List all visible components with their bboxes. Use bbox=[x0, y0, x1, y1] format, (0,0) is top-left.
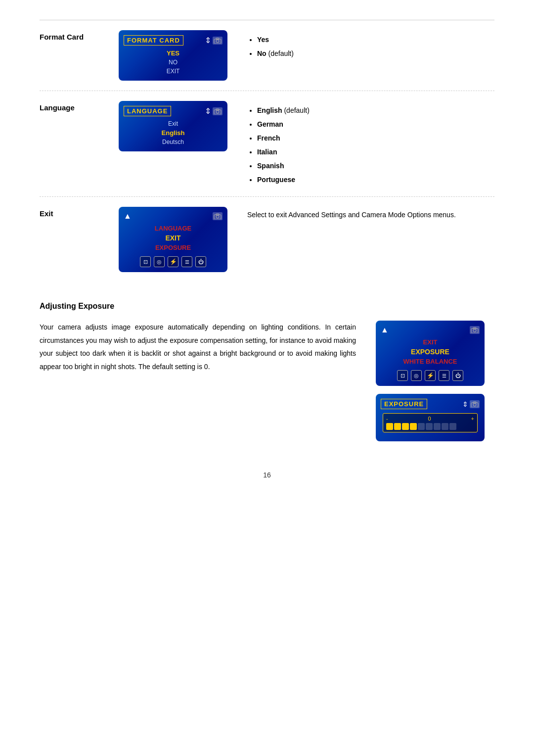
exp-cam-icon bbox=[470, 326, 480, 334]
exp-wb-item: WHITE BALANCE bbox=[381, 357, 480, 366]
lang-option-english: English (default) bbox=[257, 103, 494, 117]
exposure-menu-header-row: ▲ bbox=[381, 326, 480, 334]
exp-menu-arrow-icon: ▲ bbox=[381, 326, 389, 334]
icon-menu: ☰ bbox=[181, 256, 192, 267]
format-card-menu-header: FORMAT CARD bbox=[124, 35, 183, 46]
exit-arrow-icon: ▲ bbox=[124, 212, 132, 221]
exp-seg-3 bbox=[402, 423, 409, 430]
exp-seg-2 bbox=[394, 423, 401, 430]
exit-text: Exit bbox=[40, 209, 53, 218]
page-number: 16 bbox=[40, 471, 494, 479]
exp-seg-5 bbox=[418, 423, 425, 430]
lang-option-french: French bbox=[257, 131, 494, 145]
lang-spanish-label: Spanish bbox=[257, 162, 284, 170]
language-header-row: LANGUAGE ⇕ bbox=[124, 106, 222, 116]
exit-screen: ▲ LANGUAGE EXIT EXPOSURE ⊡ ◎ ⚡ ☰ ⏻ bbox=[119, 207, 227, 272]
exp-icon-flash: ⚡ bbox=[425, 370, 436, 381]
lang-french-label: French bbox=[257, 134, 280, 142]
up-down-arrow-icon: ⇕ bbox=[205, 36, 211, 45]
lang-option-portuguese: Portuguese bbox=[257, 173, 494, 187]
language-text: Language bbox=[40, 103, 75, 112]
exp-menu-icons-left: ▲ bbox=[381, 326, 389, 334]
exp-seg-4 bbox=[410, 423, 417, 430]
lang-option-italian: Italian bbox=[257, 145, 494, 159]
adjusting-exposure-body: Your camera adjusts image exposure autom… bbox=[40, 321, 494, 441]
exposure-zero-label: 0 bbox=[428, 416, 431, 422]
exposure-bar-track bbox=[386, 423, 474, 430]
exp-bar-arrow-icon: ⇕ bbox=[462, 400, 468, 408]
format-option-no: No (default) bbox=[257, 47, 494, 60]
svg-point-11 bbox=[473, 329, 476, 332]
exposure-menu-screen: ▲ EXIT EXPOSURE WHITE BALANCE ⊡ ◎ ⚡ ☰ bbox=[376, 321, 485, 386]
lang-italian-label: Italian bbox=[257, 148, 277, 156]
exit-label: Exit bbox=[40, 207, 109, 218]
language-content: English (default) German French Italian … bbox=[247, 101, 494, 187]
adjusting-exposure-section: Adjusting Exposure Your camera adjusts i… bbox=[40, 302, 494, 441]
lang-english-item: English bbox=[124, 128, 222, 138]
exit-content: Select to exit Advanced Settings and Cam… bbox=[247, 207, 494, 220]
icon-flash: ⚡ bbox=[168, 256, 178, 267]
exp-icon-menu: ☰ bbox=[439, 370, 449, 381]
format-yes-item: YES bbox=[124, 48, 222, 58]
exit-icon-bar: ⊡ ◎ ⚡ ☰ ⏻ bbox=[124, 256, 222, 267]
exit-exposure-item: EXPOSURE bbox=[124, 243, 222, 252]
exit-cam-icons bbox=[213, 212, 222, 220]
exit-language-item: LANGUAGE bbox=[124, 224, 222, 233]
format-card-screen: FORMAT CARD ⇕ YES NO EXIT bbox=[119, 30, 227, 81]
exp-icon-bar: ⊡ ◎ ⚡ ☰ ⏻ bbox=[381, 370, 480, 381]
exposure-plus-label: + bbox=[471, 416, 474, 422]
lang-option-german: German bbox=[257, 117, 494, 131]
exp-seg-6 bbox=[426, 423, 433, 430]
lang-arrow-icon: ⇕ bbox=[205, 106, 211, 116]
adjusting-exposure-title-text: Adjusting Exposure bbox=[40, 302, 114, 310]
exp-seg-8 bbox=[442, 423, 448, 430]
exit-screen-icons: ▲ bbox=[124, 212, 132, 221]
language-row: Language LANGUAGE ⇕ Exit English Deutsch… bbox=[40, 91, 494, 197]
format-card-label: Format Card bbox=[40, 30, 109, 41]
svg-point-5 bbox=[216, 110, 219, 113]
exp-seg-9 bbox=[449, 423, 456, 430]
page-number-text: 16 bbox=[263, 471, 271, 479]
language-icons: ⇕ bbox=[205, 106, 222, 116]
format-card-header-row: FORMAT CARD ⇕ bbox=[124, 35, 222, 46]
format-card-text: Format Card bbox=[40, 33, 84, 41]
svg-point-14 bbox=[473, 403, 476, 406]
adjusting-exposure-images: ▲ EXIT EXPOSURE WHITE BALANCE ⊡ ◎ ⚡ ☰ bbox=[376, 321, 494, 441]
lang-deutsch-item: Deutsch bbox=[124, 138, 222, 146]
language-label: Language bbox=[40, 101, 109, 112]
svg-point-8 bbox=[216, 215, 219, 218]
lang-portuguese-label: Portuguese bbox=[257, 176, 295, 184]
format-card-icons: ⇕ bbox=[205, 36, 222, 45]
exp-seg-7 bbox=[434, 423, 441, 430]
language-options: English (default) German French Italian … bbox=[247, 103, 494, 187]
exp-icon-lens: ◎ bbox=[411, 370, 422, 381]
exposure-bar-header: EXPOSURE bbox=[381, 399, 427, 409]
adjusting-exposure-paragraph: Your camera adjusts image exposure autom… bbox=[40, 323, 356, 371]
exp-bar-cam-icons: ⇕ bbox=[462, 400, 480, 408]
exit-row: Exit ▲ LANGUAGE EXIT EXPOSURE ⊡ ◎ ⚡ ☰ bbox=[40, 197, 494, 282]
format-yes-label: Yes bbox=[257, 36, 269, 44]
format-exit-item: EXIT bbox=[124, 67, 222, 76]
exposure-bar-labels: - 0 + bbox=[386, 416, 474, 422]
lang-exit-item: Exit bbox=[124, 119, 222, 128]
exit-image: ▲ LANGUAGE EXIT EXPOSURE ⊡ ◎ ⚡ ☰ ⏻ bbox=[119, 207, 237, 272]
exp-exposure-item: EXPOSURE bbox=[381, 347, 480, 357]
exposure-bar-screen: EXPOSURE ⇕ - 0 + bbox=[376, 394, 485, 441]
lang-camera-icon bbox=[213, 107, 222, 115]
exit-description: Select to exit Advanced Settings and Cam… bbox=[247, 209, 494, 220]
icon-lens: ◎ bbox=[154, 256, 165, 267]
exp-seg-1 bbox=[386, 423, 393, 430]
format-card-image: FORMAT CARD ⇕ YES NO EXIT bbox=[119, 30, 237, 81]
exit-exit-item: EXIT bbox=[124, 233, 222, 243]
language-screen: LANGUAGE ⇕ Exit English Deutsch bbox=[119, 101, 227, 151]
exposure-bar-container: - 0 + bbox=[383, 413, 478, 432]
format-option-yes: Yes bbox=[257, 33, 494, 47]
adjusting-exposure-text: Your camera adjusts image exposure autom… bbox=[40, 321, 356, 373]
camera-mini-icon bbox=[213, 37, 222, 45]
adjusting-exposure-title: Adjusting Exposure bbox=[40, 302, 494, 311]
lang-option-spanish: Spanish bbox=[257, 159, 494, 173]
language-image: LANGUAGE ⇕ Exit English Deutsch bbox=[119, 101, 237, 151]
language-menu-header: LANGUAGE bbox=[124, 106, 171, 116]
exp-icon-power: ⏻ bbox=[452, 370, 463, 381]
lang-english-label: English bbox=[257, 106, 282, 114]
